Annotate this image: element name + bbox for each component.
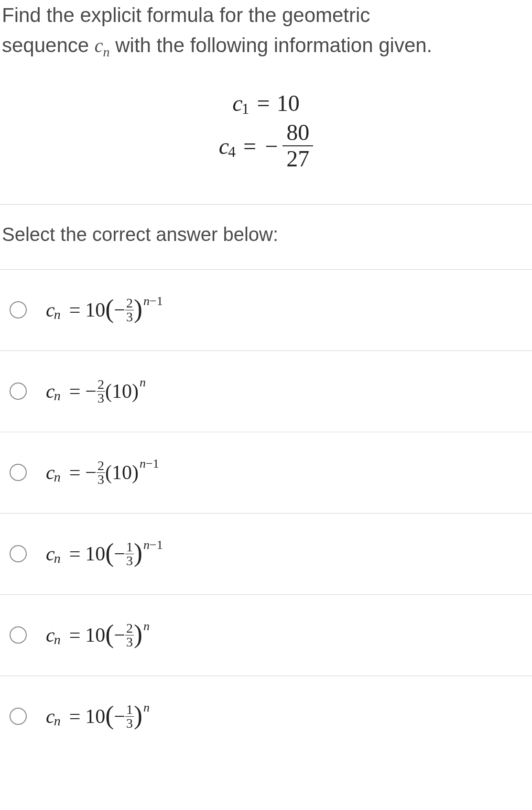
opt-frac: 23: [97, 459, 105, 486]
opt-sub: n: [54, 632, 61, 647]
opt-exp-var: n: [143, 294, 150, 308]
option-formula: cn = 10(−13)n: [46, 703, 149, 730]
option-formula: cn = 10(−23)n: [46, 622, 149, 649]
paren-close: ): [134, 705, 142, 726]
opt-exp-rest: −1: [150, 294, 163, 308]
opt-frac: 13: [125, 703, 134, 730]
paren-open: (: [105, 543, 114, 563]
answer-options: cn = 10(−23)n−1 cn = −23(10)n cn = −23(1…: [0, 269, 532, 757]
option-5[interactable]: cn = 10(−23)n: [0, 594, 532, 676]
option-formula: cn = −23(10)n−1: [46, 459, 158, 486]
opt-exp: n−1: [143, 538, 163, 552]
eq2-equals: =: [243, 133, 256, 159]
eq2-denominator: 27: [282, 146, 313, 172]
opt-fn: 1: [125, 540, 134, 554]
eq2-minus: −: [265, 133, 278, 159]
opt-coef: 10: [85, 298, 105, 321]
option-6[interactable]: cn = 10(−13)n: [0, 676, 532, 757]
opt-fn: 2: [125, 296, 134, 310]
opt-fn: 2: [125, 622, 134, 635]
option-formula: cn = 10(−23)n−1: [46, 296, 162, 324]
opt-fn: 1: [125, 703, 134, 717]
radio-icon: [10, 545, 27, 562]
eq1-sub: 1: [242, 100, 250, 118]
seq-sub: n: [103, 44, 110, 59]
paren-open: (: [105, 299, 114, 319]
opt-fn: 2: [97, 459, 105, 473]
opt-eq: =: [69, 705, 81, 728]
opt-frac: 23: [97, 378, 105, 405]
radio-icon: [10, 708, 27, 725]
opt-sub: n: [54, 551, 61, 566]
option-formula: cn = 10(−13)n−1: [46, 540, 162, 568]
paren-close: ): [134, 624, 142, 645]
option-1[interactable]: cn = 10(−23)n−1: [0, 269, 532, 350]
opt-minus: −: [114, 705, 125, 728]
opt-exp-rest: −1: [150, 538, 163, 552]
opt-eq: =: [69, 461, 81, 484]
opt-fd: 3: [97, 392, 105, 405]
eq1-rhs: 10: [277, 90, 300, 116]
opt-fd: 3: [125, 554, 134, 568]
opt-eq: =: [69, 624, 81, 646]
equation-2: c4 = − 80 27: [0, 120, 532, 172]
opt-coef: 10: [85, 705, 105, 728]
paren-close: ): [134, 299, 142, 319]
opt-minus: −: [114, 542, 125, 565]
radio-icon: [10, 626, 27, 644]
eq2-var: c: [219, 133, 229, 159]
question-line2b: with the following information given.: [110, 34, 433, 56]
paren-open: (: [105, 705, 114, 726]
opt-fd: 3: [125, 717, 134, 730]
radio-icon: [10, 301, 27, 318]
seq-var: c: [95, 35, 103, 56]
opt-minus: −: [85, 461, 97, 484]
radio-icon: [10, 464, 27, 481]
equation-1: c1 = 10: [0, 90, 532, 116]
opt-base: (10): [105, 461, 139, 484]
option-4[interactable]: cn = 10(−13)n−1: [0, 513, 532, 594]
opt-exp: n−1: [140, 457, 159, 471]
opt-fd: 3: [125, 635, 134, 649]
opt-eq: =: [69, 298, 81, 321]
option-3[interactable]: cn = −23(10)n−1: [0, 432, 532, 513]
opt-base: (10): [105, 380, 139, 403]
opt-coef: 10: [85, 624, 105, 646]
opt-fn: 2: [97, 378, 105, 392]
opt-frac: 23: [125, 622, 134, 649]
question-line1: Find the explicit formula for the geomet…: [2, 4, 370, 26]
option-2[interactable]: cn = −23(10)n: [0, 350, 532, 432]
opt-coef: 10: [85, 542, 105, 565]
select-prompt: Select the correct answer below:: [0, 205, 532, 269]
opt-sub: n: [54, 470, 61, 485]
question-line2a: sequence: [2, 34, 95, 56]
opt-exp-var: n: [143, 538, 150, 552]
opt-exp-var: n: [140, 457, 146, 471]
eq2-numerator: 80: [282, 120, 313, 146]
opt-frac: 13: [125, 540, 134, 568]
opt-exp: n: [143, 701, 150, 715]
eq2-fraction: 80 27: [282, 120, 313, 172]
opt-sub: n: [54, 307, 61, 322]
opt-fd: 3: [97, 473, 105, 486]
opt-exp-var: n: [143, 701, 150, 714]
opt-exp-rest: −1: [146, 457, 159, 471]
opt-exp: n−1: [143, 294, 163, 308]
opt-exp: n: [140, 375, 146, 390]
option-formula: cn = −23(10)n: [46, 378, 145, 405]
opt-eq: =: [69, 542, 81, 565]
eq1-equals: =: [257, 90, 270, 116]
paren-open: (: [105, 624, 114, 645]
opt-exp: n: [143, 619, 150, 634]
eq1-var: c: [232, 90, 242, 116]
opt-exp-var: n: [140, 375, 146, 389]
opt-minus: −: [85, 380, 97, 403]
opt-minus: −: [114, 298, 125, 321]
opt-sub: n: [54, 388, 61, 404]
question-text: Find the explicit formula for the geomet…: [0, 0, 532, 72]
opt-minus: −: [114, 624, 125, 646]
opt-eq: =: [69, 380, 81, 403]
eq2-sub: 4: [228, 143, 236, 161]
opt-frac: 23: [125, 296, 134, 324]
opt-fd: 3: [125, 310, 134, 324]
